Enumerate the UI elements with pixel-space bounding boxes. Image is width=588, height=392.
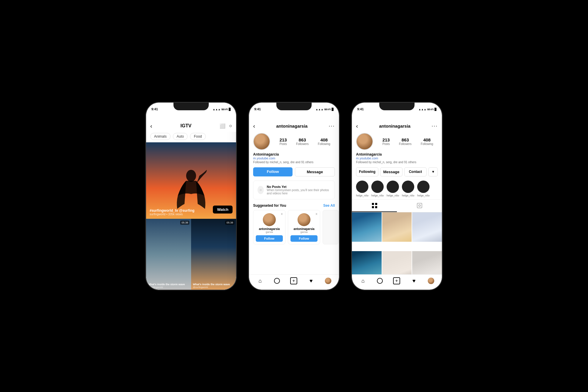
card-sub-2: garsia: [300, 231, 308, 233]
home-nav-icon-3[interactable]: ⌂: [360, 277, 367, 284]
search-nav-icon-3[interactable]: [377, 278, 383, 284]
status-time-3: 9:41: [357, 107, 364, 111]
following-button-3[interactable]: Following: [356, 167, 378, 176]
profile-nav-3: ‹ antoninagarsia ···: [352, 112, 442, 132]
card-follow-button-2[interactable]: Follow: [290, 235, 318, 242]
home-nav-icon-2[interactable]: ⌂: [257, 277, 264, 284]
followers-label-2: Followers: [296, 142, 309, 146]
story-2[interactable]: helge_nilsen: [371, 181, 384, 197]
status-time-2: 9:41: [254, 107, 261, 111]
status-time-1: 9:41: [151, 107, 158, 111]
thumb-2-info: What's inside the storm wave @surfingwor…: [193, 283, 230, 288]
signal-icon-3: ▲▲▲: [418, 108, 426, 111]
story-avatar-5: [417, 181, 430, 193]
bio-followed-3: Followed by michel_n, serg, dre and 91 o…: [356, 161, 438, 164]
notch: [173, 103, 209, 110]
tab-tagged-3[interactable]: [397, 200, 442, 212]
profile-nav-avatar-2[interactable]: [325, 278, 331, 284]
heart-nav-icon-2[interactable]: ♥: [308, 277, 315, 284]
back-arrow-3[interactable]: ‹: [356, 123, 358, 129]
story-name-3: helge_nilsen: [387, 194, 399, 197]
card-sub-1: garsia: [266, 231, 273, 233]
story-name-4: helge_nilsen: [402, 194, 414, 197]
profile-nav-2: ‹ antoninagarsia ···: [249, 112, 339, 132]
watch-button[interactable]: Watch: [213, 206, 233, 213]
cast-icon[interactable]: ⬜: [220, 123, 225, 129]
avatar-3: [356, 133, 373, 150]
thumb-2[interactable]: 05:38 What's inside the storm wave @surf…: [191, 219, 236, 290]
dropdown-button-3[interactable]: ▾: [428, 167, 438, 176]
stat-followers-2: 863 Followers: [296, 137, 309, 146]
igtv-header: ‹ IGTV ⬜ ○: [146, 112, 236, 132]
stories-row-3: helge_nilsen helge_nilsen helge_nilsen h…: [352, 178, 442, 199]
profile-nav-avatar-3[interactable]: [428, 278, 434, 284]
suggested-header: Suggeseted for You See All: [249, 202, 339, 209]
suggested-card-2: × antoninagarsia garsia Follow: [288, 210, 320, 244]
hero-info: #surfingworld_tv @surfing surfingworld •…: [150, 208, 194, 216]
story-3[interactable]: helge_nilsen: [387, 181, 399, 197]
stat-posts-3: 213 Posts: [382, 137, 390, 146]
tab-grid-3[interactable]: [352, 200, 397, 212]
card-follow-button-1[interactable]: Follow: [256, 235, 283, 242]
thumb-1[interactable]: 05:38 What's inside the storm wave @surf…: [146, 219, 191, 290]
status-icons-1: ▲▲▲ Wi-Fi ▉: [213, 108, 231, 111]
wifi-icon-3: Wi-Fi: [427, 108, 434, 111]
status-icons-3: ▲▲▲ Wi-Fi ▉: [418, 108, 437, 111]
card-close-1[interactable]: ×: [281, 212, 283, 216]
add-nav-icon-3[interactable]: +: [393, 277, 400, 284]
profile-bio-3: Antoninagarcia m.youtube.com Followed by…: [352, 152, 442, 166]
see-all-button[interactable]: See All: [323, 203, 335, 208]
no-posts-icon: ○: [258, 186, 264, 194]
bio-name-3: Antoninagarcia: [356, 152, 438, 156]
card-close-2[interactable]: ×: [315, 212, 318, 216]
heart-nav-icon-3[interactable]: ♥: [410, 277, 417, 284]
profile-stats-2: 213 Posts 863 Followers 408 Following: [275, 137, 335, 146]
search-nav-icon-2[interactable]: [274, 278, 280, 284]
battery-icon: ▉: [229, 108, 231, 111]
category-food[interactable]: Food: [190, 133, 206, 140]
back-arrow-2[interactable]: ‹: [253, 123, 255, 129]
card-name-2: antoninagarsia: [293, 227, 314, 231]
category-auto[interactable]: Auto: [173, 133, 188, 140]
more-options-icon-3[interactable]: ···: [432, 123, 438, 129]
story-4[interactable]: helge_nilsen: [402, 181, 414, 197]
bio-link-2[interactable]: m.youtube.com: [253, 156, 335, 160]
followers-label-3: Followers: [399, 142, 412, 146]
profile-tabs-3: [352, 199, 442, 212]
story-1[interactable]: helge_nilsen: [356, 181, 368, 197]
story-name-2: helge_nilsen: [371, 194, 384, 197]
follow-button-2[interactable]: Follow: [253, 167, 293, 176]
photo-2[interactable]: [382, 212, 412, 242]
add-nav-icon-2[interactable]: +: [290, 277, 297, 284]
stat-following-2: 408 Following: [318, 137, 330, 146]
svg-rect-1: [372, 203, 374, 205]
photo-3[interactable]: [412, 212, 442, 242]
svg-rect-5: [417, 203, 422, 208]
back-arrow-icon[interactable]: ‹: [150, 123, 152, 129]
story-avatar-1: [356, 181, 368, 193]
message-button-3[interactable]: Message: [380, 167, 402, 176]
message-button-2[interactable]: Message: [295, 167, 335, 176]
igtv-title: IGTV: [181, 123, 191, 129]
stat-following-3: 408 Following: [421, 137, 433, 146]
no-posts-section: ○ No Posts Yet When tommyolsen posts, yo…: [253, 181, 335, 199]
phone-profile-following: 9:41 ▲▲▲ Wi-Fi ▉ ‹ antoninagarsia ···: [351, 102, 442, 290]
bio-link-3[interactable]: m.youtube.com: [356, 156, 438, 160]
story-5[interactable]: helge_nilsen: [417, 181, 430, 197]
battery-icon-3: ▉: [435, 108, 437, 111]
igtv-categories: Animals Auto Food: [146, 132, 236, 142]
stat-followers-3: 863 Followers: [399, 137, 412, 146]
photo-1[interactable]: [352, 212, 382, 242]
card-avatar-2: [298, 213, 310, 226]
signal-icon: ▲▲▲: [213, 108, 220, 111]
following-count-2: 408: [320, 137, 328, 142]
following-label-3: Following: [421, 142, 433, 146]
contact-button-3[interactable]: Contact: [404, 167, 427, 176]
more-options-icon-2[interactable]: ···: [329, 123, 335, 129]
igtv-hero[interactable]: #surfingworld_tv @surfing surfingworld •…: [146, 142, 236, 219]
profile-username-3: antoninagarsia: [379, 124, 410, 129]
no-posts-text: No Posts Yet When tommyolsen posts, you'…: [267, 185, 330, 195]
search-icon[interactable]: ○: [229, 123, 232, 129]
category-animals[interactable]: Animals: [150, 133, 171, 140]
thumb-1-info: What's inside the storm wave @surfingwor…: [148, 283, 185, 288]
